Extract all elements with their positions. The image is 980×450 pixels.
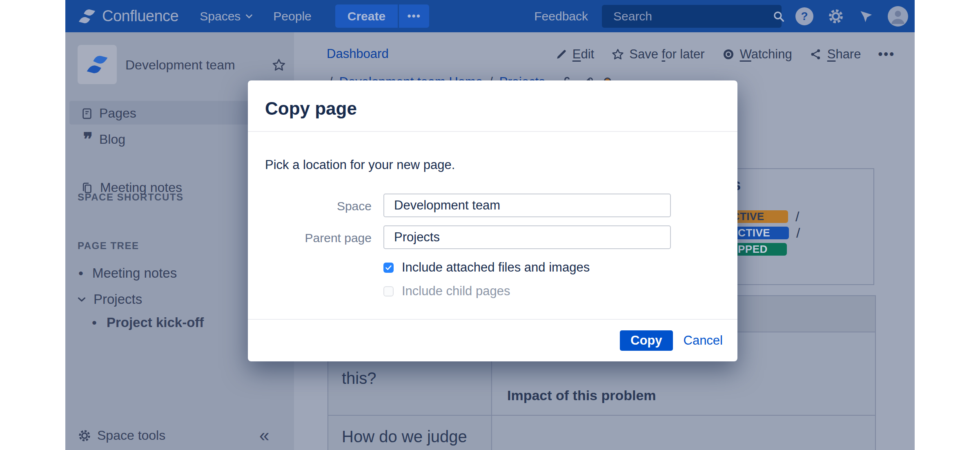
section-page-tree: PAGE TREE	[78, 240, 139, 252]
sidebar-item-blog[interactable]: ❞ Blog	[80, 132, 125, 147]
favorite-star-icon[interactable]	[272, 58, 286, 72]
table-header-cell: How do we judge	[328, 416, 492, 450]
table-row: How do we judge	[328, 416, 875, 450]
search-icon[interactable]	[772, 9, 786, 23]
share-button[interactable]: Share	[809, 47, 861, 62]
space-tools-button[interactable]: Space tools	[78, 428, 165, 443]
share-icon	[809, 48, 822, 61]
tree-item-meeting-notes[interactable]: • Meeting notes	[78, 265, 177, 281]
top-nav: Confluence Spaces People Create ••• Feed…	[65, 0, 915, 32]
create-more-button[interactable]: •••	[399, 4, 429, 28]
chevron-down-icon	[244, 11, 254, 22]
include-files-checkbox-row: Include attached files and images	[383, 260, 590, 275]
watching-button[interactable]: Watching	[722, 47, 792, 62]
chevron-down-icon[interactable]	[76, 293, 88, 305]
nav-spaces[interactable]: Spaces	[200, 9, 254, 23]
sidebar-shortcut-meeting-notes[interactable]: Meeting notes	[80, 180, 182, 195]
search-box[interactable]	[602, 5, 782, 28]
settings-gear-icon[interactable]	[827, 8, 844, 25]
gear-icon	[78, 429, 91, 443]
copy-button[interactable]: Copy	[620, 330, 673, 351]
user-avatar[interactable]	[888, 6, 908, 27]
more-actions-button[interactable]: •••	[878, 47, 895, 62]
announcement-flag-icon[interactable]	[858, 9, 874, 24]
star-icon	[611, 48, 624, 61]
space-logo[interactable]	[78, 45, 117, 84]
include-child-label[interactable]: Include child pages	[402, 284, 510, 299]
dialog-intro-text: Pick a location for your new page.	[265, 158, 455, 172]
blog-quote-icon: ❞	[80, 134, 94, 146]
pencil-icon	[555, 48, 568, 60]
pages-copy-icon	[80, 182, 94, 194]
breadcrumb: Dashboard	[327, 47, 389, 61]
parent-page-field-label: Parent page	[248, 231, 372, 245]
edit-button[interactable]: Edit	[555, 47, 594, 62]
create-button[interactable]: Create	[335, 4, 398, 28]
save-for-later-button[interactable]: Save for later	[611, 47, 704, 62]
page-actions: Edit Save for later Watching	[555, 47, 895, 62]
screen: Confluence Spaces People Create ••• Feed…	[0, 0, 980, 450]
tree-item-projects[interactable]: Projects	[76, 292, 142, 307]
space-field-label: Space	[248, 199, 372, 213]
table-cell	[492, 416, 875, 450]
collapse-sidebar-button[interactable]: «	[259, 425, 269, 446]
copy-page-dialog: Copy page Pick a location for your new p…	[248, 80, 737, 361]
app-title[interactable]: Confluence	[102, 7, 178, 25]
confluence-logo-icon[interactable]	[78, 7, 96, 26]
eye-icon	[722, 48, 735, 61]
search-input[interactable]	[612, 9, 772, 24]
include-child-checkbox[interactable]	[383, 286, 394, 296]
sidebar-item-pages[interactable]: Pages	[80, 106, 136, 121]
dialog-footer: Copy Cancel	[248, 319, 737, 361]
dialog-header: Copy page	[248, 80, 737, 132]
include-files-label[interactable]: Include attached files and images	[402, 260, 590, 275]
page-icon	[80, 107, 94, 120]
space-name[interactable]: Development team	[125, 58, 235, 73]
dialog-title: Copy page	[265, 98, 357, 119]
space-field[interactable]	[383, 194, 671, 217]
help-icon[interactable]: ?	[795, 7, 813, 25]
parent-page-field[interactable]	[383, 225, 671, 249]
cancel-button[interactable]: Cancel	[684, 333, 723, 348]
include-files-checkbox[interactable]	[383, 263, 394, 273]
breadcrumb-dashboard[interactable]: Dashboard	[327, 47, 389, 61]
include-child-checkbox-row: Include child pages	[383, 284, 510, 299]
nav-people[interactable]: People	[273, 9, 311, 23]
tree-item-project-kickoff[interactable]: • Project kick-off	[92, 315, 204, 330]
nav-feedback[interactable]: Feedback	[534, 9, 588, 23]
